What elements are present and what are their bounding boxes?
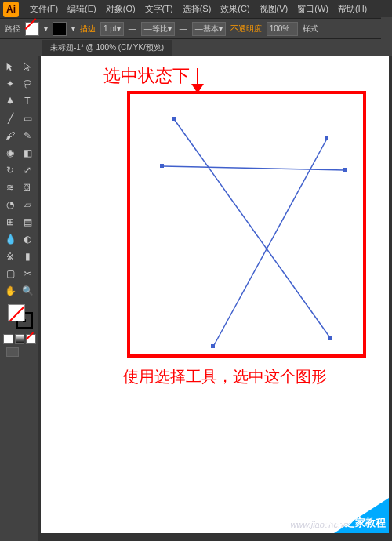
dash-icon[interactable]: —: [129, 24, 136, 33]
free-transform-tool[interactable]: ⛋: [19, 179, 36, 196]
rotate-tool[interactable]: ↻: [2, 162, 19, 179]
menu-help[interactable]: 帮助(H): [333, 3, 372, 15]
menu-type[interactable]: 文字(T): [140, 3, 178, 15]
style-label[interactable]: 样式: [303, 24, 318, 34]
lasso-tool[interactable]: [19, 75, 36, 93]
width-tool[interactable]: ≋: [2, 179, 19, 196]
brush-dropdown[interactable]: — 基本 ▾: [192, 22, 226, 36]
color-mode[interactable]: [3, 334, 13, 344]
fill-swatch[interactable]: [25, 22, 39, 36]
menu-effect[interactable]: 效果(C): [216, 3, 254, 15]
toolbar: ✦ T ╱▭ 🖌✎ ◉◧ ↻⤢ ≋⛋ ◔▱ ⊞▤ 💧◐ ※▮ ▢✂ ✋🔍: [0, 56, 38, 541]
fill-stroke-swatch[interactable]: [8, 304, 33, 329]
corner-brand: 脚本之家教程: [325, 516, 386, 530]
rectangle-tool[interactable]: ▭: [19, 110, 36, 127]
blob-brush-tool[interactable]: ◉: [2, 144, 19, 162]
stroke-swatch[interactable]: [53, 22, 67, 36]
opacity-input[interactable]: [267, 22, 298, 36]
app-icon: Ai: [3, 2, 19, 17]
svg-rect-7: [211, 344, 215, 348]
fill-color[interactable]: [8, 304, 25, 321]
opacity-label[interactable]: 不透明度: [230, 24, 262, 34]
svg-rect-9: [343, 168, 347, 172]
zoom-tool[interactable]: 🔍: [19, 282, 36, 300]
menu-edit[interactable]: 编辑(E): [63, 3, 101, 15]
artboard-tool[interactable]: ▢: [2, 265, 19, 282]
gradient-tool[interactable]: ▤: [19, 213, 36, 231]
menu-window[interactable]: 窗口(W): [292, 3, 333, 15]
svg-rect-5: [328, 336, 332, 340]
shape-builder-tool[interactable]: ◔: [2, 196, 19, 213]
annotation-selected-state: 选中状态下: [103, 64, 190, 88]
svg-rect-4: [172, 117, 176, 121]
mesh-tool[interactable]: ⊞: [2, 213, 19, 231]
pen-tool[interactable]: [2, 93, 19, 110]
blend-tool[interactable]: ◐: [19, 231, 36, 248]
svg-rect-8: [160, 164, 164, 168]
profile-dropdown[interactable]: — 等比 ▾: [141, 22, 175, 36]
menu-file[interactable]: 文件(F): [25, 3, 63, 15]
screen-mode[interactable]: [6, 347, 19, 357]
line-tool[interactable]: ╱: [2, 110, 19, 127]
path-label: 路径: [5, 24, 20, 34]
svg-point-0: [24, 81, 31, 85]
eyedropper-tool[interactable]: 💧: [2, 231, 19, 248]
chevron-down-icon[interactable]: ▾: [71, 24, 75, 33]
direct-selection-tool[interactable]: [19, 58, 36, 75]
none-mode[interactable]: [26, 334, 36, 344]
graph-tool[interactable]: ▮: [19, 248, 36, 265]
chevron-down-icon[interactable]: ▾: [44, 24, 48, 33]
dash-icon: —: [180, 24, 187, 33]
svg-rect-6: [325, 136, 328, 140]
path-shape[interactable]: [135, 111, 358, 354]
gradient-mode[interactable]: [15, 334, 25, 344]
svg-line-1: [174, 119, 331, 339]
document-tab[interactable]: 未标题-1* @ 100% (CMYK/预览): [42, 40, 172, 56]
menu-select[interactable]: 选择(S): [178, 3, 216, 15]
scale-tool[interactable]: ⤢: [19, 162, 36, 179]
stroke-weight-input[interactable]: 1 pt ▾: [100, 22, 124, 36]
slice-tool[interactable]: ✂: [19, 265, 36, 282]
annotation-instruction: 使用选择工具，选中这个图形: [123, 366, 327, 387]
pencil-tool[interactable]: ✎: [19, 127, 36, 144]
hand-tool[interactable]: ✋: [2, 282, 19, 300]
stroke-label[interactable]: 描边: [80, 24, 96, 34]
brush-tool[interactable]: 🖌: [2, 127, 19, 144]
perspective-tool[interactable]: ▱: [19, 196, 36, 213]
menu-view[interactable]: 视图(V): [255, 3, 293, 15]
menu-object[interactable]: 对象(O): [101, 3, 140, 15]
svg-line-3: [162, 166, 345, 170]
magic-wand-tool[interactable]: ✦: [2, 75, 19, 93]
selection-tool[interactable]: [2, 58, 19, 75]
canvas[interactable]: 选中状态下 使用选择工具，选中这个图形 www.jiaocheng.jb51.n…: [38, 56, 392, 541]
artboard[interactable]: 选中状态下 使用选择工具，选中这个图形 www.jiaocheng.jb51.n…: [41, 56, 389, 533]
eraser-tool[interactable]: ◧: [19, 144, 36, 162]
type-tool[interactable]: T: [19, 93, 36, 110]
symbol-sprayer-tool[interactable]: ※: [2, 248, 19, 265]
